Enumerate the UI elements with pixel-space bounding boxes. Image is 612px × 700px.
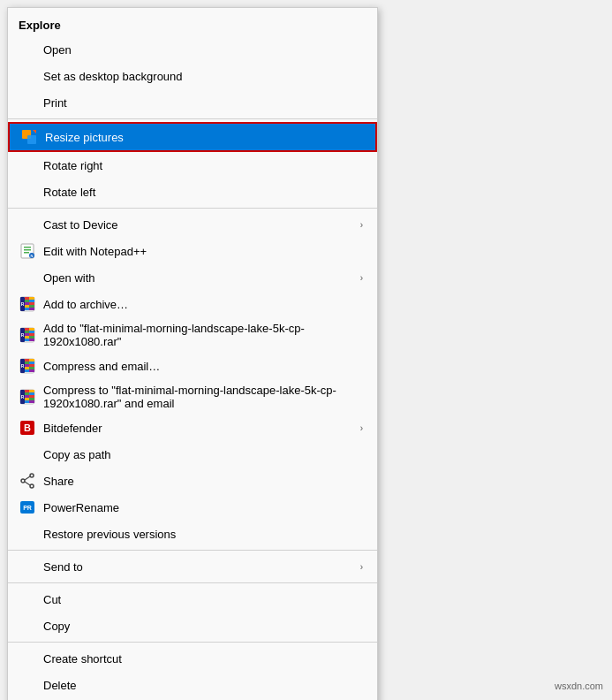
- menu-item-text-restore-versions: Restore previous versions: [43, 528, 363, 541]
- svg-rect-25: [29, 328, 34, 331]
- svg-text:PR: PR: [23, 505, 32, 511]
- context-menu: ExploreOpenSet as desktop backgroundPrin…: [7, 7, 378, 700]
- menu-item-rotate-left[interactable]: Rotate left: [8, 179, 377, 205]
- svg-text:N: N: [31, 254, 34, 258]
- menu-item-edit-notepad[interactable]: N Edit with Notepad++: [8, 238, 377, 264]
- svg-rect-16: [29, 302, 34, 305]
- svg-rect-46: [29, 369, 34, 372]
- svg-rect-24: [25, 328, 29, 331]
- menu-item-cut[interactable]: Cut: [8, 586, 377, 612]
- svg-rect-27: [29, 331, 34, 333]
- svg-rect-40: [29, 361, 34, 364]
- svg-rect-43: [25, 367, 29, 369]
- divider-6: [8, 208, 377, 209]
- icon-open-with: [19, 269, 36, 286]
- svg-rect-17: [25, 305, 29, 308]
- svg-rect-11: [25, 297, 29, 300]
- svg-rect-55: [29, 395, 34, 398]
- menu-item-compress-email[interactable]: R Compress and email…: [8, 353, 377, 379]
- svg-rect-6: [24, 252, 29, 254]
- icon-bitdefender: B: [19, 419, 36, 437]
- icon-edit-notepad: N: [19, 242, 36, 260]
- menu-item-text-print: Print: [43, 96, 363, 110]
- menu-item-text-create-shortcut: Create shortcut: [43, 652, 363, 666]
- menu-item-text-rotate-left: Rotate left: [43, 186, 363, 199]
- svg-rect-50: [25, 390, 29, 392]
- svg-rect-59: [29, 400, 34, 403]
- svg-rect-30: [25, 336, 29, 339]
- svg-rect-1: [27, 135, 36, 144]
- menu-item-cast-to-device[interactable]: Cast to Device›: [8, 211, 377, 238]
- menu-item-rotate-right[interactable]: Rotate right: [8, 152, 377, 179]
- svg-rect-32: [25, 339, 29, 341]
- icon-cut: [19, 590, 36, 608]
- svg-line-67: [25, 482, 30, 485]
- menu-item-compress-rar-email[interactable]: R Compress to "flat-minimal-morning-land…: [8, 379, 377, 415]
- icon-compress-email: R: [19, 357, 36, 375]
- svg-rect-18: [29, 305, 34, 308]
- menu-item-copy-path[interactable]: Copy as path: [8, 441, 377, 468]
- menu-item-share[interactable]: Share: [8, 468, 377, 494]
- menu-item-bitdefender[interactable]: B Bitdefender›: [8, 415, 377, 441]
- svg-rect-28: [25, 333, 29, 336]
- menu-item-text-compress-email: Compress and email…: [43, 360, 363, 373]
- divider-19: [8, 582, 377, 583]
- arrow-cast-to-device: ›: [360, 220, 363, 230]
- menu-item-add-archive[interactable]: R Add to archive…: [8, 291, 377, 317]
- svg-text:R: R: [21, 363, 25, 369]
- icon-send-to: [19, 558, 36, 575]
- menu-item-restore-versions[interactable]: Restore previous versions: [8, 521, 377, 547]
- svg-rect-14: [29, 300, 34, 302]
- menu-item-power-rename[interactable]: PR PowerRename: [8, 494, 377, 521]
- menu-item-text-cut: Cut: [43, 593, 363, 606]
- svg-rect-12: [29, 297, 34, 300]
- menu-item-text-delete: Delete: [43, 679, 363, 692]
- svg-rect-33: [29, 339, 34, 341]
- menu-item-send-to[interactable]: Send to›: [8, 553, 377, 580]
- menu-item-text-open: Open: [43, 43, 363, 57]
- svg-rect-19: [25, 308, 29, 310]
- menu-item-open-with[interactable]: Open with›: [8, 264, 377, 291]
- svg-text:R: R: [21, 332, 25, 338]
- svg-rect-29: [29, 333, 34, 336]
- svg-rect-4: [24, 247, 31, 248]
- svg-rect-37: [25, 359, 29, 361]
- svg-rect-26: [25, 331, 29, 333]
- svg-rect-5: [24, 249, 31, 251]
- svg-rect-15: [25, 302, 29, 305]
- icon-rotate-left: [19, 183, 36, 201]
- menu-item-text-edit-notepad: Edit with Notepad++: [43, 245, 363, 258]
- svg-rect-44: [29, 367, 34, 369]
- icon-compress-rar-email: R: [19, 388, 36, 406]
- svg-marker-2: [33, 130, 36, 133]
- menu-item-set-desktop-bg[interactable]: Set as desktop background: [8, 63, 377, 89]
- watermark: wsxdn.com: [555, 681, 603, 691]
- icon-print: [19, 94, 36, 111]
- svg-rect-13: [25, 300, 29, 302]
- menu-item-open[interactable]: Open: [8, 36, 377, 63]
- svg-rect-45: [25, 369, 29, 372]
- icon-share: [19, 472, 36, 490]
- svg-text:R: R: [21, 394, 25, 399]
- menu-item-text-cast-to-device: Cast to Device: [43, 218, 360, 232]
- divider-18: [8, 550, 377, 551]
- menu-item-create-shortcut[interactable]: Create shortcut: [8, 645, 377, 672]
- menu-item-resize-pictures[interactable]: Resize pictures: [8, 122, 377, 152]
- icon-power-rename: PR: [19, 498, 36, 516]
- menu-item-delete[interactable]: Delete: [8, 672, 377, 698]
- menu-item-text-copy-path: Copy as path: [43, 448, 363, 461]
- svg-rect-41: [25, 364, 29, 367]
- svg-rect-56: [25, 398, 29, 400]
- icon-add-rar: R: [19, 326, 36, 344]
- menu-item-copy[interactable]: Copy: [8, 612, 377, 639]
- arrow-send-to: ›: [360, 562, 363, 572]
- menu-item-text-copy: Copy: [43, 620, 363, 633]
- icon-delete: [19, 676, 36, 694]
- menu-item-print[interactable]: Print: [8, 89, 377, 116]
- menu-item-add-rar[interactable]: R Add to "flat-minimal-morning-landscape…: [8, 317, 377, 353]
- svg-rect-38: [29, 359, 34, 361]
- icon-open: [19, 41, 36, 58]
- icon-set-desktop-bg: [19, 67, 36, 85]
- divider-21: [8, 642, 377, 643]
- svg-text:B: B: [24, 422, 31, 433]
